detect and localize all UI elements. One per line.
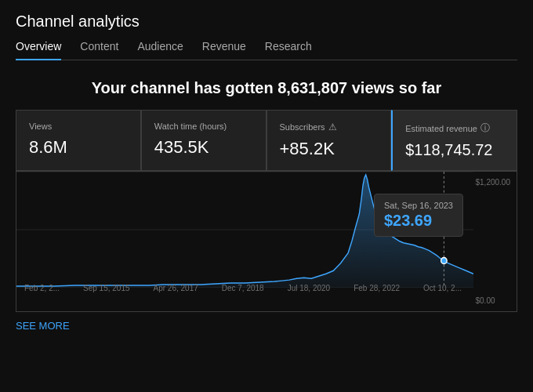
see-more-link[interactable]: SEE MORE <box>16 312 517 339</box>
chart-y-labels: $1,200.00 $0.00 <box>476 172 511 311</box>
chart-y-bottom: $0.00 <box>476 296 511 305</box>
chart-x-1: Sep 15, 2015 <box>83 284 130 292</box>
metric-watchtime-value: 435.5K <box>154 137 253 158</box>
svg-point-4 <box>441 258 448 264</box>
chart-x-6: Oct 10, 2... <box>423 284 462 292</box>
revenue-chart: $1,200.00 $0.00 <box>16 171 517 312</box>
metric-subscribers-value: +85.2K <box>280 139 379 159</box>
chart-x-5: Feb 28, 2022 <box>354 284 400 292</box>
tab-overview[interactable]: Overview <box>16 40 61 60</box>
tab-revenue[interactable]: Revenue <box>202 40 246 60</box>
chart-x-4: Jul 18, 2020 <box>288 284 331 292</box>
tab-content[interactable]: Content <box>80 40 118 60</box>
metric-watchtime: Watch time (hours) 435.5K <box>141 110 266 171</box>
metric-views: Views 8.6M <box>16 110 141 171</box>
tooltip-date: Sat, Sep 16, 2023 <box>384 201 453 210</box>
page-title: Channel analytics <box>16 13 517 31</box>
metric-views-value: 8.6M <box>29 137 128 158</box>
metric-views-label: Views <box>29 122 128 131</box>
metric-revenue-label: Estimated revenue ⓘ <box>405 122 504 135</box>
info-icon: ⓘ <box>480 122 490 135</box>
tabs-nav: Overview Content Audience Revenue Resear… <box>16 40 517 60</box>
metric-revenue: Estimated revenue ⓘ $118,745.72 <box>391 110 517 171</box>
metric-subscribers-label: Subscribers ⚠ <box>280 122 379 132</box>
headline-text: Your channel has gotten 8,631,807 views … <box>16 60 517 110</box>
chart-x-0: Feb 2, 2... <box>24 284 60 292</box>
tooltip-value: $23.69 <box>384 212 453 230</box>
chart-tooltip: Sat, Sep 16, 2023 $23.69 <box>374 194 463 237</box>
metrics-row: Views 8.6M Watch time (hours) 435.5K Sub… <box>16 110 517 171</box>
tab-research[interactable]: Research <box>265 40 312 60</box>
chart-x-2: Apr 26, 2017 <box>154 284 198 292</box>
chart-y-top: $1,200.00 <box>476 178 511 187</box>
chart-x-3: Dec 7, 2018 <box>222 284 264 292</box>
chart-x-labels: Feb 2, 2... Sep 15, 2015 Apr 26, 2017 De… <box>16 284 470 292</box>
metric-revenue-value: $118,745.72 <box>405 141 504 159</box>
tab-audience[interactable]: Audience <box>137 40 183 60</box>
metric-subscribers: Subscribers ⚠ +85.2K <box>266 110 392 171</box>
warning-icon: ⚠ <box>328 122 337 132</box>
metric-watchtime-label: Watch time (hours) <box>154 122 253 131</box>
